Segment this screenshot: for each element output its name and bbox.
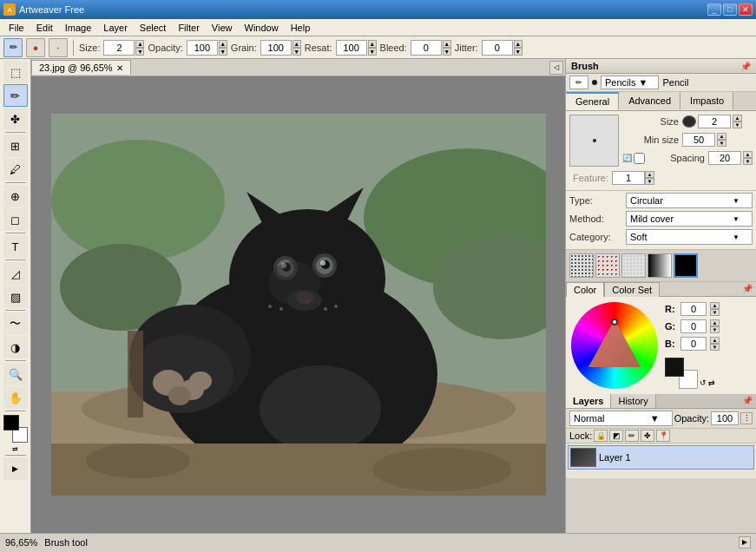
tool-pen[interactable]: 🖊 — [3, 158, 28, 181]
menu-window[interactable]: Window — [240, 21, 284, 35]
resat-up[interactable]: ▲ — [368, 40, 377, 48]
lock-trans-icon[interactable]: ◩ — [609, 430, 623, 442]
menu-filter[interactable]: Filter — [173, 21, 204, 35]
spacing-checkbox[interactable] — [634, 153, 645, 164]
opacity-input[interactable] — [187, 40, 218, 56]
brush-panel-pin[interactable]: 📌 — [740, 62, 751, 71]
brush-spacing-up[interactable]: ▲ — [743, 151, 753, 158]
size-down[interactable]: ▼ — [135, 48, 144, 56]
tool-crop[interactable]: ⊞ — [3, 135, 28, 157]
opacity-field[interactable]: ▲ ▼ — [187, 40, 227, 56]
swatch-2[interactable] — [595, 253, 620, 278]
tab-layers[interactable]: Layers — [566, 394, 611, 408]
brush-minsize-up[interactable]: ▲ — [717, 133, 726, 140]
b-input[interactable] — [680, 337, 707, 351]
grain-up[interactable]: ▲ — [293, 40, 301, 48]
opacity-down[interactable]: ▼ — [219, 48, 227, 56]
minimize-button[interactable]: _ — [707, 3, 721, 16]
swatch-1[interactable] — [569, 253, 594, 278]
g-down[interactable]: ▼ — [710, 326, 720, 333]
spacing-sync-icon[interactable]: 🔄 — [622, 154, 632, 162]
tab-impasto[interactable]: Impasto — [680, 92, 733, 110]
canvas-scroll-button[interactable]: ◁ — [549, 61, 563, 75]
size-field[interactable]: ▲ ▼ — [103, 40, 144, 56]
tool-extra[interactable]: ▶ — [3, 457, 28, 480]
bleed-down[interactable]: ▼ — [443, 48, 451, 56]
tab-advanced[interactable]: Advanced — [619, 92, 680, 110]
lock-all-icon[interactable]: 🔒 — [594, 430, 608, 442]
color-triangle-area[interactable] — [584, 315, 645, 376]
menu-edit[interactable]: Edit — [31, 21, 58, 35]
canvas-tab-item[interactable]: 23.jpg @ 96,65% ✕ — [31, 60, 131, 75]
menu-image[interactable]: Image — [60, 21, 97, 35]
b-up[interactable]: ▲ — [710, 337, 720, 344]
tool-dodge[interactable]: ◑ — [3, 336, 28, 358]
color-swap-icon[interactable]: ⇄ — [708, 378, 715, 387]
g-spinner[interactable]: ▲ ▼ — [710, 319, 720, 333]
brush-minsize-down[interactable]: ▼ — [717, 140, 726, 147]
menu-layer[interactable]: Layer — [98, 21, 133, 35]
swatch-4[interactable] — [648, 253, 672, 278]
tool-fill[interactable]: ▨ — [3, 286, 28, 308]
feature-down[interactable]: ▼ — [645, 178, 654, 185]
tool-selection[interactable]: ⬚ — [3, 61, 28, 83]
brush-size-down[interactable]: ▼ — [733, 122, 742, 128]
brush-spacing-input[interactable] — [708, 151, 741, 165]
jitter-input[interactable] — [482, 40, 513, 56]
color-reset-icon[interactable]: ↺ — [700, 378, 707, 387]
resat-down[interactable]: ▼ — [368, 48, 377, 56]
color-selector-dot[interactable] — [611, 319, 618, 325]
type-dropdown[interactable]: Circular ▼ — [626, 193, 753, 208]
menu-select[interactable]: Select — [135, 21, 172, 35]
brush-category-dropdown[interactable]: Pencils ▼ — [601, 76, 659, 89]
brush-size-input[interactable] — [698, 115, 731, 128]
resat-field[interactable]: ▲ ▼ — [336, 40, 377, 56]
grain-input[interactable] — [260, 40, 292, 56]
tool-clone[interactable]: ⊕ — [3, 185, 28, 207]
menu-file[interactable]: File — [3, 21, 30, 35]
r-spinner[interactable]: ▲ ▼ — [710, 302, 720, 316]
color-wheel-container[interactable] — [571, 302, 658, 389]
g-up[interactable]: ▲ — [710, 319, 720, 326]
tool-smudge[interactable]: 〜 — [3, 312, 28, 335]
canvas-image[interactable] — [51, 114, 546, 496]
foreground-color-swatch[interactable] — [3, 415, 19, 430]
b-down[interactable]: ▼ — [710, 344, 720, 351]
jitter-up[interactable]: ▲ — [514, 40, 523, 48]
layer-mode-dropdown[interactable]: Normal ▼ — [569, 411, 673, 426]
tool-hand[interactable]: ✋ — [3, 386, 28, 409]
tool-eraser[interactable]: ◻ — [3, 208, 28, 231]
brush-minsize-input[interactable] — [682, 133, 715, 147]
feature-up[interactable]: ▲ — [645, 171, 654, 178]
color-tab-colorset[interactable]: Color Set — [604, 282, 660, 297]
tool-shape[interactable]: ◿ — [3, 262, 28, 285]
category-dropdown[interactable]: Soft ▼ — [626, 229, 753, 245]
menu-help[interactable]: Help — [286, 21, 316, 35]
brush-size-spinner[interactable]: ▲ ▼ — [733, 115, 742, 128]
swatch-3[interactable] — [621, 253, 646, 278]
bleed-input[interactable] — [411, 40, 442, 56]
canvas-content[interactable] — [31, 76, 565, 533]
g-input[interactable] — [680, 319, 707, 333]
layer-options-icon[interactable]: ⋮ — [740, 412, 753, 424]
tool-move[interactable]: ✤ — [3, 108, 28, 130]
r-down[interactable]: ▼ — [710, 309, 720, 316]
lock-move-icon[interactable]: ✤ — [641, 430, 654, 442]
tab-general[interactable]: General — [566, 92, 619, 110]
tool-text[interactable]: T — [3, 235, 28, 258]
resat-input[interactable] — [336, 40, 367, 56]
brush-spacing-down[interactable]: ▼ — [743, 158, 753, 165]
tool-brush[interactable]: ✏ — [3, 84, 28, 107]
r-input[interactable] — [680, 302, 707, 316]
brush-spacing-spinner[interactable]: ▲ ▼ — [743, 151, 753, 165]
lock-paint-icon[interactable]: ✏ — [625, 430, 639, 442]
swap-colors-icon[interactable]: ⇄ — [12, 445, 18, 453]
size-input[interactable] — [103, 40, 135, 56]
foreground-color-box[interactable] — [665, 358, 684, 377]
feature-input[interactable] — [612, 171, 645, 185]
status-icon[interactable]: ▶ — [739, 536, 751, 549]
tool-zoom[interactable]: 🔍 — [3, 363, 28, 385]
grain-field[interactable]: ▲ ▼ — [260, 40, 301, 56]
color-panel-pin[interactable]: 📌 — [739, 282, 756, 297]
jitter-down[interactable]: ▼ — [514, 48, 523, 56]
